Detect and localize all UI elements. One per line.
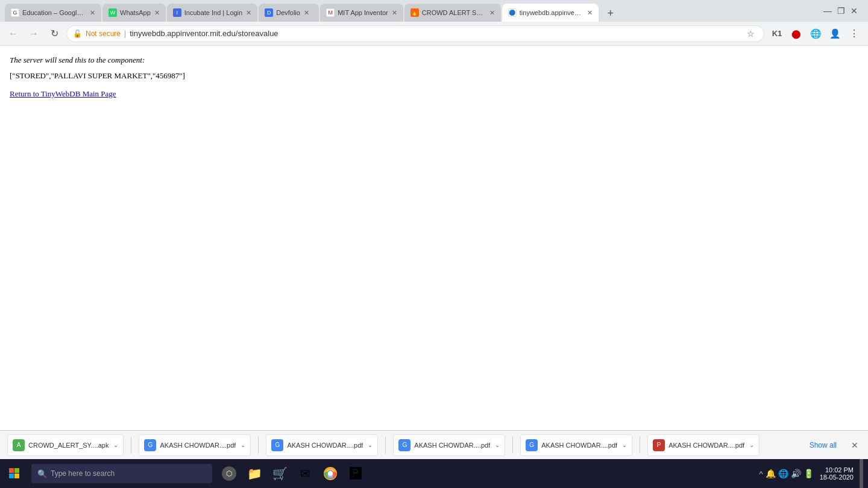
- svg-rect-2: [9, 474, 14, 478]
- volume-icon[interactable]: 🔊: [791, 469, 801, 478]
- page-content: The server will send this to the compone…: [0, 46, 868, 488]
- back-button[interactable]: ←: [5, 25, 22, 42]
- tab-favicon-devfolio: D: [265, 8, 273, 17]
- taskbar-icon-chrome[interactable]: [318, 459, 342, 488]
- tab-incubate[interactable]: I Incubate Ind | Login ✕: [167, 4, 257, 22]
- tabs-container: G Education – Google AI ✕ W WhatsApp ✕ I…: [5, 0, 819, 22]
- download-sep-3: [385, 437, 386, 454]
- tab-devfolio[interactable]: D Devfolio ✕: [259, 4, 319, 22]
- tab-title-crowd: CROWD ALERT SYSTE...: [422, 9, 486, 16]
- taskbar-icon-powerpoint[interactable]: 🅿: [344, 459, 368, 488]
- minimize-button[interactable]: —: [823, 7, 832, 15]
- download-icon-apk: A: [13, 439, 25, 451]
- svg-rect-3: [14, 474, 19, 478]
- url-separator: |: [124, 30, 126, 38]
- download-sep-1: [131, 437, 131, 454]
- download-item-pdf4[interactable]: G AKASH CHOWDAR....pdf ⌄: [520, 434, 632, 456]
- reload-button[interactable]: ↻: [46, 25, 63, 42]
- tab-close-whatsapp[interactable]: ✕: [154, 9, 160, 17]
- clock-time: 10:02 PM: [825, 466, 854, 474]
- download-chevron-pdf4[interactable]: ⌄: [622, 442, 627, 448]
- download-item-pdf2[interactable]: G AKASH CHOWDAR....pdf ⌄: [266, 434, 378, 456]
- forward-button[interactable]: →: [25, 25, 42, 42]
- download-chevron-pdf3[interactable]: ⌄: [495, 442, 500, 448]
- tab-crowd[interactable]: 🔥 CROWD ALERT SYSTE... ✕: [404, 4, 501, 22]
- title-bar: G Education – Google AI ✕ W WhatsApp ✕ I…: [0, 0, 868, 22]
- taskbar-icon-explorer[interactable]: 📁: [242, 459, 266, 488]
- tab-favicon-mit: M: [326, 8, 335, 17]
- system-clock[interactable]: 10:02 PM 18-05-2020: [816, 466, 857, 481]
- powerpoint-icon: 🅿: [350, 467, 362, 481]
- download-chevron-apk[interactable]: ⌄: [113, 442, 118, 448]
- notifications-icon[interactable]: 🔔: [766, 469, 776, 478]
- download-chevron-pdf5[interactable]: ⌄: [749, 442, 754, 448]
- download-item-pdf5[interactable]: P AKASH CHOWDAR....pdf ⌄: [647, 434, 760, 456]
- bookmark-button[interactable]: ☆: [743, 27, 758, 41]
- download-name-apk: CROWD_ALERT_SY....apk: [28, 442, 108, 449]
- taskbar-search-bar[interactable]: 🔍 Type here to search: [31, 464, 212, 483]
- tab-tinywebdb[interactable]: 🔵 tinywebdb.appinvento... ✕: [502, 4, 599, 22]
- download-sep-5: [640, 437, 640, 454]
- url-bar[interactable]: 🔓 Not secure | tinywebdb.appinventor.mit…: [66, 25, 764, 42]
- download-icon-pdf5: P: [653, 439, 665, 451]
- taskbar-right: ^ 🔔 🌐 🔊 🔋 10:02 PM 18-05-2020: [760, 459, 868, 488]
- download-icon-pdf4: G: [526, 439, 538, 451]
- svg-rect-1: [14, 468, 19, 473]
- system-tray: ^ 🔔 🌐 🔊 🔋: [760, 469, 814, 478]
- extension-btn-red[interactable]: ⬤: [787, 25, 805, 43]
- tab-title-whatsapp: WhatsApp: [120, 9, 151, 16]
- new-tab-button[interactable]: +: [602, 5, 619, 22]
- download-item-apk[interactable]: A CROWD_ALERT_SY....apk ⌄: [7, 434, 124, 456]
- tab-close-devfolio[interactable]: ✕: [304, 9, 309, 17]
- battery-icon[interactable]: 🔋: [804, 469, 814, 478]
- tab-close-mit[interactable]: ✕: [392, 9, 397, 17]
- browser-window: G Education – Google AI ✕ W WhatsApp ✕ I…: [0, 0, 868, 488]
- tab-close-education[interactable]: ✕: [90, 9, 95, 17]
- network-icon[interactable]: 🌐: [778, 469, 788, 478]
- close-button[interactable]: ✕: [850, 7, 858, 15]
- tab-education-google[interactable]: G Education – Google AI ✕: [5, 4, 101, 22]
- show-all-button[interactable]: Show all: [805, 439, 841, 452]
- tab-mit[interactable]: M MIT App Inventor ✕: [320, 4, 403, 22]
- maximize-button[interactable]: ❐: [837, 7, 845, 15]
- download-item-pdf3[interactable]: G AKASH CHOWDAR....pdf ⌄: [393, 434, 505, 456]
- download-chevron-pdf2[interactable]: ⌄: [368, 442, 373, 448]
- toolbar-right: K1 ⬤ 🌐 👤 ⋮: [768, 25, 863, 43]
- return-link[interactable]: Return to TinyWebDB Main Page: [10, 89, 116, 98]
- close-downloads-button[interactable]: ✕: [849, 438, 861, 452]
- download-name-pdf5: AKASH CHOWDAR....pdf: [668, 442, 744, 449]
- windows-logo-icon: [9, 468, 20, 479]
- taskbar-icon-mail[interactable]: ✉: [293, 459, 317, 488]
- url-text: tinywebdb.appinventor.mit.edu/storeavalu…: [130, 29, 740, 38]
- clock-date: 18-05-2020: [820, 474, 854, 481]
- taskbar-app-icons: ⬡ 📁 🛒 ✉: [217, 459, 368, 488]
- profile-btn[interactable]: 👤: [826, 25, 844, 43]
- mail-icon: ✉: [300, 466, 310, 481]
- url-actions: ☆: [743, 27, 758, 41]
- tab-whatsapp[interactable]: W WhatsApp ✕: [102, 4, 166, 22]
- store-icon: 🛒: [272, 466, 288, 481]
- window-controls: — ❐ ✕: [819, 0, 863, 22]
- download-item-pdf1[interactable]: G AKASH CHOWDAR....pdf ⌄: [139, 434, 251, 456]
- downloads-bar: A CROWD_ALERT_SY....apk ⌄ G AKASH CHOWDA…: [0, 430, 868, 459]
- taskbar-icon-cortana[interactable]: ⬡: [217, 459, 241, 488]
- server-message: The server will send this to the compone…: [10, 55, 858, 65]
- tab-close-tinywebdb[interactable]: ✕: [587, 9, 593, 17]
- tab-title-devfolio: Devfolio: [276, 9, 300, 16]
- taskbar-icon-store[interactable]: 🛒: [268, 459, 292, 488]
- tab-close-crowd[interactable]: ✕: [489, 9, 495, 17]
- download-chevron-pdf1[interactable]: ⌄: [241, 442, 245, 448]
- menu-btn[interactable]: ⋮: [845, 25, 863, 43]
- extension-btn-globe[interactable]: 🌐: [807, 25, 825, 43]
- download-icon-pdf2: G: [271, 439, 283, 451]
- start-button[interactable]: [0, 459, 29, 488]
- chrome-icon: [323, 466, 338, 481]
- tab-close-incubate[interactable]: ✕: [246, 9, 251, 17]
- show-desktop-button[interactable]: [860, 459, 863, 488]
- cortana-icon: ⬡: [222, 466, 236, 481]
- show-hidden-icons-btn[interactable]: ^: [760, 469, 763, 478]
- tab-title-incubate: Incubate Ind | Login: [184, 9, 242, 16]
- taskbar-search-icon: 🔍: [37, 469, 47, 478]
- svg-point-6: [328, 471, 333, 476]
- k1-extension-btn[interactable]: K1: [768, 25, 786, 43]
